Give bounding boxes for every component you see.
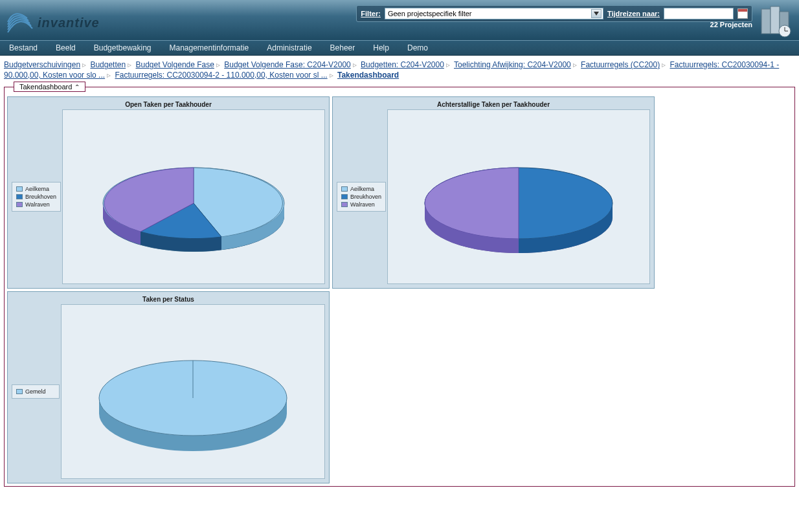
legend-item: Breukhoven bbox=[16, 193, 56, 201]
menu-demo[interactable]: Demo bbox=[407, 43, 428, 52]
menu-help[interactable]: Help bbox=[373, 43, 389, 52]
pie-plot bbox=[62, 109, 325, 284]
svg-rect-2 bbox=[771, 6, 780, 34]
chevron-right-icon: ▹ bbox=[351, 60, 359, 70]
chart-title: Taken per Status bbox=[8, 292, 329, 304]
header-controls: Filter: Geen projectspecifiek filter Tij… bbox=[356, 3, 795, 38]
logo: invantive bbox=[0, 4, 100, 36]
invantive-logo-icon bbox=[6, 9, 34, 36]
panel-title: Takendashboard bbox=[19, 83, 72, 91]
chart-grid: Open Taken per Taakhouder Aeilkema Breuk… bbox=[7, 96, 792, 483]
projects-count: 22 Projecten bbox=[710, 21, 752, 28]
brand-name: invantive bbox=[38, 16, 100, 30]
tijdreizen-label: Tijdreizen naar: bbox=[607, 10, 660, 17]
menubar: Bestand Beeld Budgetbewaking Managementi… bbox=[0, 40, 799, 56]
filter-label: Filter: bbox=[361, 10, 381, 17]
legend-item: Walraven bbox=[16, 201, 56, 208]
legend: Aeilkema Breukhoven Walraven bbox=[12, 182, 61, 212]
calendar-icon[interactable] bbox=[737, 8, 748, 19]
chevron-right-icon: ▹ bbox=[214, 60, 222, 70]
chevron-right-icon: ▹ bbox=[105, 70, 113, 80]
menu-managementinformatie[interactable]: Managementinformatie bbox=[169, 43, 249, 52]
chart-taken-per-status: Taken per Status Gemeld bbox=[7, 291, 330, 483]
chevron-right-icon: ▹ bbox=[444, 60, 452, 70]
chevron-right-icon: ▹ bbox=[660, 60, 668, 70]
chart-title: Achterstallige Taken per Taakhouder bbox=[333, 97, 654, 109]
bc-bvf-c204[interactable]: Budget Volgende Fase: C204-V2000 bbox=[224, 60, 350, 69]
pie-plot bbox=[387, 109, 650, 284]
chevron-right-icon: ▹ bbox=[80, 60, 88, 70]
filter-select[interactable]: Geen projectspecifiek filter bbox=[385, 8, 603, 19]
legend: Gemeld bbox=[12, 384, 60, 399]
chevron-right-icon: ▹ bbox=[126, 60, 133, 70]
chevron-right-icon: ▹ bbox=[328, 70, 335, 80]
legend: Aeilkema Breukhoven Walraven bbox=[337, 182, 386, 212]
bc-factuurregels-cc200[interactable]: Factuurregels (CC200) bbox=[581, 60, 660, 69]
filter-value: Geen projectspecifiek filter bbox=[388, 10, 472, 17]
app-header: invantive Filter: Geen projectspecifiek … bbox=[0, 0, 799, 40]
buildings-clock-icon bbox=[756, 3, 795, 38]
bc-budgetten[interactable]: Budgetten bbox=[90, 60, 126, 69]
menu-bestand[interactable]: Bestand bbox=[9, 43, 38, 52]
pie-plot bbox=[61, 304, 325, 479]
bc-budgetten-c204[interactable]: Budgetten: C204-V2000 bbox=[361, 60, 444, 69]
bc-budgetverschuivingen[interactable]: Budgetverschuivingen bbox=[4, 60, 80, 69]
legend-item: Walraven bbox=[341, 201, 381, 208]
breadcrumb: Budgetverschuivingen▹ Budgetten▹ Budget … bbox=[0, 56, 799, 84]
chart-achterstallige-taken: Achterstallige Taken per Taakhouder Aeil… bbox=[332, 96, 655, 289]
legend-item: Breukhoven bbox=[341, 193, 381, 201]
bc-current: Takendashboard bbox=[337, 71, 399, 80]
chevron-right-icon: ▹ bbox=[571, 60, 579, 70]
collapse-up-icon[interactable]: ⌃ bbox=[74, 83, 80, 91]
bc-budget-volgende-fase[interactable]: Budget Volgende Fase bbox=[135, 60, 214, 69]
svg-marker-0 bbox=[594, 12, 599, 16]
filter-bar: Filter: Geen projectspecifiek filter Tij… bbox=[356, 5, 752, 22]
legend-item: Aeilkema bbox=[341, 185, 381, 193]
menu-budgetbewaking[interactable]: Budgetbewaking bbox=[94, 43, 152, 52]
dropdown-icon[interactable] bbox=[591, 9, 602, 18]
bc-factuurregels-2[interactable]: Factuurregels: CC20030094-2 - 110.000,00… bbox=[115, 71, 327, 80]
menu-beheer[interactable]: Beheer bbox=[330, 43, 355, 52]
menu-beeld[interactable]: Beeld bbox=[56, 43, 76, 52]
tijdreizen-input[interactable] bbox=[664, 8, 734, 19]
chart-open-taken: Open Taken per Taakhouder Aeilkema Breuk… bbox=[7, 96, 330, 289]
bc-toelichting[interactable]: Toelichting Afwijking: C204-V2000 bbox=[454, 60, 571, 69]
chart-title: Open Taken per Taakhouder bbox=[8, 97, 329, 109]
menu-administratie[interactable]: Administratie bbox=[267, 43, 311, 52]
legend-item: Aeilkema bbox=[16, 185, 56, 193]
legend-item: Gemeld bbox=[16, 388, 55, 395]
panel-tab[interactable]: Takendashboard ⌃ bbox=[14, 82, 85, 92]
takendashboard-panel: Takendashboard ⌃ Open Taken per Taakhoud… bbox=[4, 87, 795, 487]
svg-rect-1 bbox=[761, 9, 771, 34]
